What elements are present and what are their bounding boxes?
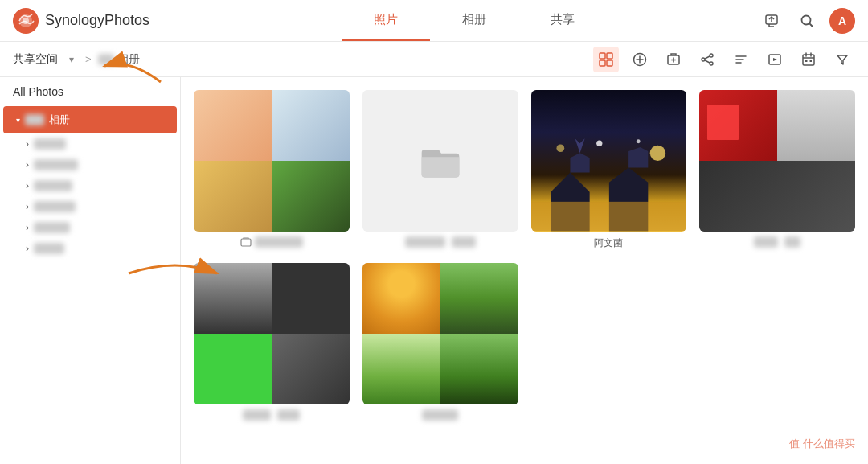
album-name-3: 阿文菌 xyxy=(594,236,623,250)
calendar-button[interactable] xyxy=(796,47,821,72)
user-avatar[interactable]: A xyxy=(829,8,855,34)
album-name-blurred-5b xyxy=(277,409,300,421)
svg-point-25 xyxy=(636,139,640,143)
sidebar-item-icon-blurred xyxy=(25,114,44,125)
photo-cell-4c xyxy=(699,161,855,232)
album-name-blurred-1 xyxy=(255,236,303,248)
album-card-5[interactable] xyxy=(194,263,350,421)
album-card-1[interactable] xyxy=(194,90,350,250)
photo-cell-5c xyxy=(194,334,272,404)
chevron-right-icon-4: › xyxy=(26,201,29,212)
grid-view-button[interactable] xyxy=(593,47,619,72)
filter-button[interactable] xyxy=(829,47,855,72)
sidebar-sub-label-6 xyxy=(34,243,64,254)
svg-point-22 xyxy=(649,145,665,160)
photo-cell-5a xyxy=(194,263,272,334)
upload-icon[interactable] xyxy=(759,8,784,34)
album-thumb-5 xyxy=(194,263,350,404)
chevron-right-icon-3: › xyxy=(26,180,29,191)
svg-rect-5 xyxy=(600,53,605,59)
header: SynologyPhotos 照片 相册 共享 A xyxy=(0,0,868,42)
svg-rect-15 xyxy=(803,55,814,65)
photo-cell-6c xyxy=(362,334,440,404)
sidebar-sub-item-5[interactable]: › xyxy=(0,217,180,238)
sidebar-sub-item-4[interactable]: › xyxy=(0,196,180,217)
logo-area: SynologyPhotos xyxy=(13,8,190,34)
sidebar-all-photos[interactable]: All Photos xyxy=(0,77,180,106)
add-button[interactable] xyxy=(627,47,653,72)
photo-cell-6b xyxy=(440,263,518,334)
svg-rect-17 xyxy=(810,60,813,62)
chevron-right-icon-6: › xyxy=(26,243,29,254)
chevron-right-icon-2: › xyxy=(26,159,29,170)
photo-grid: 阿文菌 xyxy=(194,90,855,421)
photo-cell-4a xyxy=(699,90,777,161)
album-thumb-folder xyxy=(362,90,518,232)
chevron-right-icon: › xyxy=(26,138,29,150)
sidebar-item-label: 相册 xyxy=(49,113,70,127)
search-icon[interactable] xyxy=(794,8,820,34)
svg-rect-21 xyxy=(531,202,687,231)
sort-button[interactable] xyxy=(728,47,754,72)
album-name-blurred-4a xyxy=(754,236,778,248)
photo-cell xyxy=(194,161,272,232)
sidebar-sub-label-2 xyxy=(34,159,78,170)
svg-rect-8 xyxy=(607,60,612,66)
album-card-6[interactable] xyxy=(362,263,518,421)
sidebar-sub-item-2[interactable]: › xyxy=(0,154,180,175)
album-thumb-4 xyxy=(699,90,855,232)
chevron-down-icon: ▾ xyxy=(16,116,20,125)
nav-tab-albums[interactable]: 相册 xyxy=(430,1,518,41)
album-label-5 xyxy=(194,409,350,421)
sidebar-sub-item-1[interactable]: › xyxy=(0,133,180,154)
album-name-blurred-2 xyxy=(405,236,445,248)
album-name-blurred-2b xyxy=(452,236,476,248)
breadcrumb-separator: > xyxy=(85,53,92,65)
album-thumb-1 xyxy=(194,90,350,232)
album-icon-1 xyxy=(240,236,252,248)
nav-tab-photos[interactable]: 照片 xyxy=(342,1,430,41)
album-card-3[interactable]: 阿文菌 xyxy=(531,90,687,250)
svg-rect-20 xyxy=(241,239,251,246)
share-button[interactable] xyxy=(694,47,720,72)
create-album-button[interactable] xyxy=(661,47,686,72)
photo-cell-4b xyxy=(777,90,855,161)
photo-cell-5d xyxy=(272,334,350,404)
content-area: 阿文菌 xyxy=(181,77,868,464)
nav-tab-share[interactable]: 共享 xyxy=(518,1,607,41)
photo-cell xyxy=(194,90,272,161)
album-label-3: 阿文菌 xyxy=(531,236,687,250)
album-name-blurred-6 xyxy=(422,409,458,421)
album-thumb-3 xyxy=(531,90,687,232)
arrow-annotation-top xyxy=(181,77,193,90)
sidebar-item-main-album[interactable]: ▾ 相册 xyxy=(3,106,177,133)
watermark: 值 什么值得买 xyxy=(789,437,855,451)
space-label[interactable]: 共享空间 xyxy=(13,52,58,67)
sidebar-sub-label-5 xyxy=(34,222,70,233)
photo-cell-6a xyxy=(362,263,440,334)
breadcrumb-bar: 共享空间 ▾ > 相册 xyxy=(0,42,868,77)
album-name-blurred-5a xyxy=(243,409,271,421)
folder-icon xyxy=(418,142,463,180)
album-card-4[interactable] xyxy=(699,90,855,250)
breadcrumb-current-label: 相册 xyxy=(117,52,140,67)
breadcrumb-current: 相册 xyxy=(98,52,140,67)
logo-text: SynologyPhotos xyxy=(45,12,149,29)
album-card-2[interactable] xyxy=(362,90,518,250)
sidebar-sub-item-3[interactable]: › xyxy=(0,175,180,196)
svg-point-11 xyxy=(710,54,713,57)
sidebar-sub-item-6[interactable]: › xyxy=(0,238,180,259)
photo-cell xyxy=(272,90,350,161)
synology-logo-icon xyxy=(13,8,39,34)
svg-point-24 xyxy=(596,140,602,146)
sidebar: All Photos ▾ 相册 › › › › › › xyxy=(0,77,181,464)
album-thumb-6 xyxy=(362,263,518,404)
toolbar-right xyxy=(593,47,855,72)
sidebar-sub-label-1 xyxy=(34,138,66,150)
space-dropdown-icon[interactable]: ▾ xyxy=(64,52,79,67)
svg-rect-6 xyxy=(607,53,612,59)
album-label-6 xyxy=(362,409,518,421)
slideshow-button[interactable] xyxy=(762,47,788,72)
photo-cell-6d xyxy=(440,334,518,404)
svg-rect-7 xyxy=(600,60,605,66)
